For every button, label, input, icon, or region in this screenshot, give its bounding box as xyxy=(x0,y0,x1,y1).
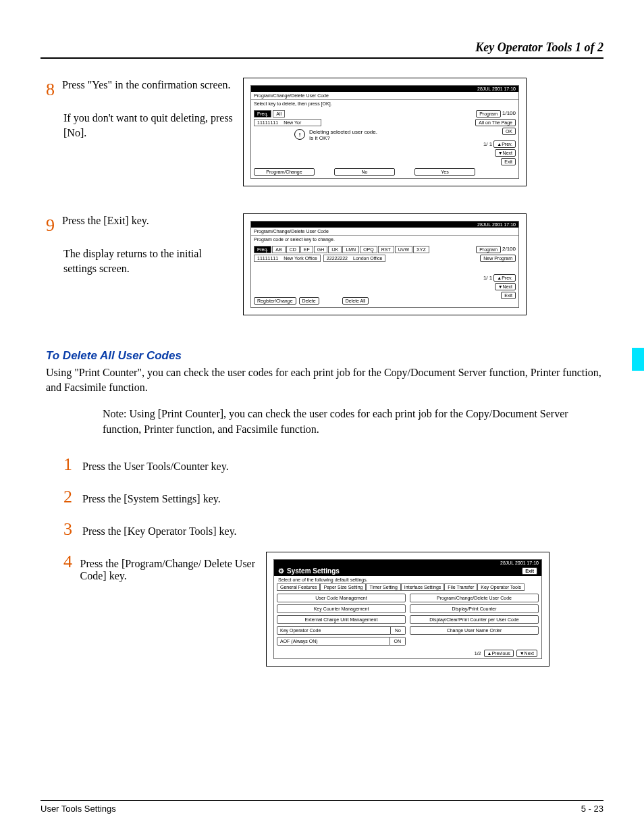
next-button[interactable]: ▼Next xyxy=(516,650,537,657)
tab-timer[interactable]: Timer Setting xyxy=(366,583,400,591)
exit-button[interactable]: Exit xyxy=(501,158,516,165)
footer-left: User Tools Settings xyxy=(41,804,116,814)
tab-rst[interactable]: RST xyxy=(378,246,394,253)
tab-paper[interactable]: Paper Size Setting xyxy=(320,583,366,591)
step-number: 1 xyxy=(63,454,77,475)
new-program-button[interactable]: New Program xyxy=(480,255,516,262)
screenshot-step-4: 28JUL 2001 17:10 ⚙System Settings Exit S… xyxy=(266,552,549,667)
ui-timestamp: 28JUL 2001 17:10 xyxy=(500,561,539,565)
tab-ab[interactable]: AB xyxy=(272,246,285,253)
settings-icon: ⚙ xyxy=(278,567,284,575)
display-print-counter-button[interactable]: Display/Print Counter xyxy=(410,604,539,613)
step-number: 4 xyxy=(63,552,75,572)
confirm-msg-2: Is it OK? xyxy=(309,135,377,141)
section-note: Note: Using [Print Counter], you can che… xyxy=(103,407,576,437)
exit-button[interactable]: Exit xyxy=(501,292,516,299)
step-subtext: If you don't want to quit deleting, pres… xyxy=(63,111,236,140)
ui-caption: Program/Change/Delete User Code xyxy=(251,92,518,99)
ui-caption: Program/Change/Delete User Code xyxy=(251,228,518,235)
tab-filetransfer[interactable]: File Transfer xyxy=(444,583,477,591)
step-8: 8 Press "Yes" in the confirmation screen… xyxy=(41,78,603,186)
ext-charge-mgmt-button[interactable]: External Charge Unit Management xyxy=(277,615,406,624)
aof-button[interactable]: AOF (Always ON) xyxy=(277,637,390,646)
tab-general[interactable]: General Features xyxy=(277,583,320,591)
program-label: Program xyxy=(476,110,501,118)
footer-right: 5 - 23 xyxy=(581,804,603,814)
row-code: 11111111 xyxy=(257,120,278,125)
ui-subcaption: Select key to delete, then press [OK]. xyxy=(251,99,518,107)
section-paragraph: Using "Print Counter", you can check the… xyxy=(46,365,603,394)
ui-timestamp: 28JUL 2001 17:10 xyxy=(477,222,516,227)
change-user-name-order-button[interactable]: Change User Name Order xyxy=(410,626,539,635)
key-counter-mgmt-button[interactable]: Key Counter Management xyxy=(277,604,406,613)
program-change-button[interactable]: Program/Change xyxy=(254,168,315,176)
next-button[interactable]: ▼Next xyxy=(495,149,516,157)
tab-freq[interactable]: Freq. xyxy=(254,110,271,118)
step-4: 4 Press the [Program/Change/ Delete User… xyxy=(63,552,603,667)
prev-button[interactable]: ▲Previous xyxy=(484,650,514,657)
step-text: Press "Yes" in the confirmation screen. xyxy=(62,79,231,90)
step-text: Press the User Tools/Counter key. xyxy=(77,461,229,473)
prev-button[interactable]: ▲Prev. xyxy=(493,140,516,148)
step-text: Press the [System Settings] key. xyxy=(77,493,221,505)
info-icon: ! xyxy=(294,129,305,140)
step-3: 3 Press the [Key Operator Tools] key. xyxy=(63,519,603,540)
tab-cd[interactable]: CD xyxy=(286,246,300,253)
row-name: New Yor xyxy=(284,120,301,125)
page-header: Key Operator Tools 1 of 2 xyxy=(41,41,603,59)
page-footer: User Tools Settings 5 - 23 xyxy=(41,800,603,814)
step-number: 2 xyxy=(63,487,77,507)
all-on-page-button[interactable]: All on The Page xyxy=(475,119,516,126)
tab-all[interactable]: All xyxy=(273,110,285,118)
yes-button[interactable]: Yes xyxy=(414,168,475,176)
tab-ijk[interactable]: IJK xyxy=(328,246,342,253)
page-content: Key Operator Tools 1 of 2 8 Press "Yes" … xyxy=(0,0,644,834)
screenshot-step-9: 28JUL 2001 17:10 Program/Change/Delete U… xyxy=(243,213,527,315)
exit-button[interactable]: Exit xyxy=(522,567,537,575)
step-subtext: The display returns to the initial setti… xyxy=(63,246,236,276)
list-item[interactable]: 22222222London Office xyxy=(323,255,386,262)
user-code-mgmt-button[interactable]: User Code Management xyxy=(277,594,406,602)
delete-all-button[interactable]: Delete All xyxy=(342,297,369,305)
program-label: Program xyxy=(476,246,501,253)
section-heading: To Delete All User Codes xyxy=(41,349,603,363)
ok-button[interactable]: OK xyxy=(502,128,516,135)
ui-subcaption: Program code or select key to change. xyxy=(251,235,518,243)
tab-opq[interactable]: OPQ xyxy=(360,246,377,253)
ui-timestamp: 28JUL 2001 17:10 xyxy=(477,86,516,91)
window-title: System Settings xyxy=(287,567,340,575)
step-number: 8 xyxy=(46,78,59,101)
tab-xyz[interactable]: XYZ xyxy=(413,246,429,253)
step-number: 3 xyxy=(63,519,77,540)
screenshot-step-8: 28JUL 2001 17:10 Program/Change/Delete U… xyxy=(243,78,527,186)
step-text: Press the [Program/Change/ Delete User C… xyxy=(75,558,266,582)
confirm-msg-1: Deleting selected user code. xyxy=(309,129,377,135)
page-indicator: 2/100 xyxy=(502,246,516,253)
prog-change-delete-button[interactable]: Program/Change/Delete User Code xyxy=(410,594,539,602)
display-clear-print-button[interactable]: Display/Clear/Print Counter per User Cod… xyxy=(410,615,539,624)
page-1-1: 1/ 1 xyxy=(483,275,492,281)
next-button[interactable]: ▼Next xyxy=(495,283,516,290)
page-1-1: 1/ 1 xyxy=(483,141,492,147)
tab-lmn[interactable]: LMN xyxy=(342,246,359,253)
tab-gh[interactable]: GH xyxy=(314,246,328,253)
key-operator-code-button[interactable]: Key Operator Code xyxy=(277,626,391,635)
delete-button[interactable]: Delete xyxy=(299,297,319,305)
register-change-button[interactable]: Register/Change xyxy=(254,297,296,305)
step-text: Press the [Key Operator Tools] key. xyxy=(77,525,237,538)
step-1: 1 Press the User Tools/Counter key. xyxy=(63,454,603,475)
step-9: 9 Press the [Exit] key. The display retu… xyxy=(41,213,603,315)
tab-freq[interactable]: Freq. xyxy=(254,246,271,253)
tab-ef[interactable]: EF xyxy=(300,246,313,253)
aof-value: ON xyxy=(390,637,406,646)
list-item[interactable]: 11111111New York Office xyxy=(254,255,321,262)
tab-uvw[interactable]: UVW xyxy=(395,246,412,253)
prev-button[interactable]: ▲Prev. xyxy=(493,274,516,282)
tab-keyoperator[interactable]: Key Operator Tools xyxy=(477,583,525,591)
no-button[interactable]: No xyxy=(334,168,395,176)
step-number: 9 xyxy=(46,213,59,237)
key-operator-code-value: No xyxy=(391,626,406,635)
step-2: 2 Press the [System Settings] key. xyxy=(63,487,603,507)
tab-interface[interactable]: Interface Settings xyxy=(401,583,444,591)
window-subtitle: Select one of the following default sett… xyxy=(274,576,541,583)
